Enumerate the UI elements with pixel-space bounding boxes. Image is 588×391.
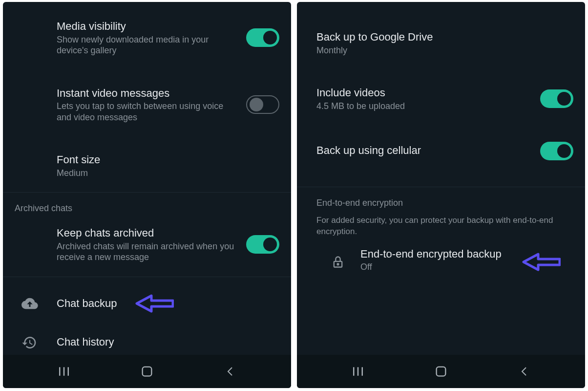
nav-home-button[interactable]	[133, 358, 161, 385]
row-keep-archived[interactable]: Keep chats archived Archived chats will …	[3, 217, 291, 272]
cellular-toggle[interactable]	[540, 142, 573, 160]
gdrive-sub: Monthly	[316, 45, 566, 56]
row-e2e-backup[interactable]: End-to-end encrypted backup Off	[297, 242, 585, 282]
svg-rect-9	[437, 367, 446, 376]
nav-recents-button[interactable]	[50, 358, 78, 385]
media-visibility-title: Media visibility	[57, 20, 238, 33]
font-size-title: Font size	[57, 153, 272, 167]
font-size-sub: Medium	[57, 168, 272, 179]
keep-archived-title: Keep chats archived	[57, 226, 238, 240]
instant-video-sub: Lets you tap to switch between using voi…	[57, 101, 238, 123]
nav-bar	[3, 355, 291, 388]
nav-back-button[interactable]	[510, 358, 538, 385]
e2e-backup-title: End-to-end encrypted backup	[360, 247, 566, 261]
settings-screen-left: Media visibility Show newly downloaded m…	[3, 2, 291, 388]
e2e-header: End-to-end encryption	[297, 187, 585, 212]
media-visibility-sub: Show newly downloaded media in your devi…	[57, 34, 238, 56]
row-gdrive[interactable]: Back up to Google Drive Monthly	[297, 22, 585, 65]
row-instant-video[interactable]: Instant video messages Lets you tap to s…	[3, 78, 291, 132]
nav-home-button[interactable]	[427, 358, 455, 385]
gdrive-title: Back up to Google Drive	[316, 30, 566, 44]
include-videos-title: Include videos	[316, 86, 532, 100]
cloud-upload-icon	[21, 295, 38, 312]
content-right: Back up to Google Drive Monthly Include …	[297, 2, 585, 355]
chat-backup-label: Chat backup	[57, 297, 272, 310]
row-include-videos[interactable]: Include videos 4.5 MB to be uploaded	[297, 77, 585, 120]
nav-bar	[297, 355, 585, 388]
row-media-visibility[interactable]: Media visibility Show newly downloaded m…	[3, 11, 291, 65]
cellular-title: Back up using cellular	[316, 144, 532, 157]
e2e-backup-sub: Off	[360, 261, 566, 273]
archived-chats-header: Archived chats	[3, 193, 291, 217]
history-icon	[21, 335, 37, 350]
content-left: Media visibility Show newly downloaded m…	[3, 2, 291, 355]
e2e-desc: For added security, you can protect your…	[297, 212, 585, 242]
instant-video-toggle[interactable]	[246, 95, 279, 114]
keep-archived-toggle[interactable]	[246, 235, 279, 254]
include-videos-toggle[interactable]	[540, 89, 573, 108]
row-font-size[interactable]: Font size Medium	[3, 144, 291, 187]
svg-point-5	[337, 263, 339, 265]
backup-screen-right: Back up to Google Drive Monthly Include …	[297, 2, 585, 388]
row-cellular[interactable]: Back up using cellular	[297, 133, 585, 169]
media-visibility-toggle[interactable]	[246, 28, 279, 47]
instant-video-title: Instant video messages	[57, 87, 238, 100]
svg-rect-3	[143, 367, 152, 376]
row-chat-history[interactable]: Chat history	[3, 325, 291, 355]
keep-archived-sub: Archived chats will remain archived when…	[57, 241, 238, 263]
nav-recents-button[interactable]	[344, 358, 372, 385]
include-videos-sub: 4.5 MB to be uploaded	[316, 101, 532, 112]
chat-history-label: Chat history	[57, 335, 272, 349]
lock-icon	[331, 255, 345, 269]
row-chat-backup[interactable]: Chat backup	[3, 286, 291, 322]
nav-back-button[interactable]	[216, 358, 244, 385]
